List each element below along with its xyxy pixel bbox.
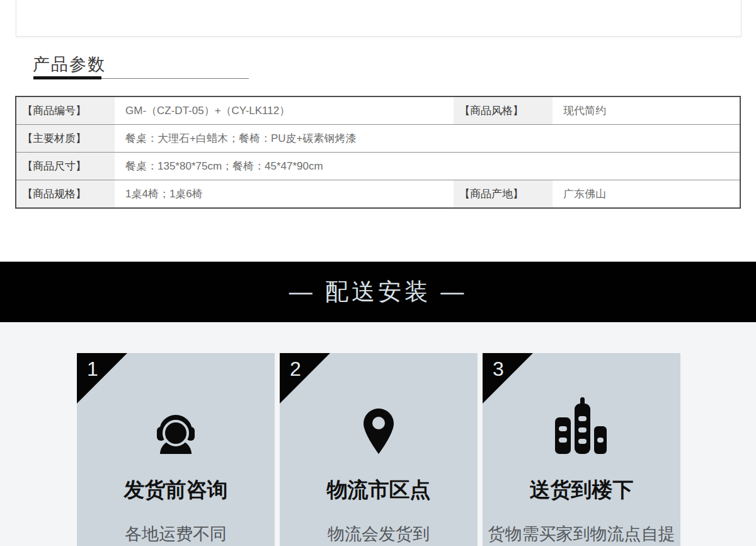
step-number: 3	[493, 357, 504, 381]
delivery-steps-section: 1 发货前咨询 各地运费不同 2	[0, 322, 756, 546]
step-title: 物流市区点	[280, 477, 478, 503]
table-row: 【商品编号】 GM-（CZ-DT-05）+（CY-LK112） 【商品风格】 现…	[16, 97, 740, 125]
underline-thick-rule	[33, 76, 101, 79]
step-subtitle: 物流会发货到	[280, 523, 478, 545]
delivery-step-card-2: 2 物流市区点 物流会发货到	[280, 353, 478, 546]
param-label-material: 【主要材质】	[16, 125, 115, 152]
step-title: 发货前咨询	[77, 477, 275, 503]
table-row: 【商品规格】 1桌4椅；1桌6椅 【商品产地】 广东佛山	[16, 180, 740, 207]
params-section-title: 产品参数	[33, 53, 106, 76]
delivery-step-card-1: 1 发货前咨询 各地运费不同	[77, 353, 275, 546]
step-subtitle: 各地运费不同	[77, 523, 275, 545]
param-value-size: 餐桌：135*80*75cm；餐椅：45*47*90cm	[115, 153, 740, 180]
headset-support-icon	[77, 353, 275, 454]
location-pin-icon	[280, 353, 478, 454]
param-label-size: 【商品尺寸】	[16, 153, 115, 180]
param-value-material: 餐桌：大理石+白蜡木；餐椅：PU皮+碳素钢烤漆	[115, 125, 740, 152]
step-title: 送货到楼下	[483, 477, 680, 503]
param-value-style: 现代简约	[553, 97, 740, 124]
delivery-step-cards: 1 发货前咨询 各地运费不同 2	[77, 353, 680, 546]
step-number: 2	[290, 357, 301, 381]
step-number: 1	[87, 357, 98, 381]
delivery-install-banner: — 配送安装 —	[0, 262, 756, 322]
product-params-table: 【商品编号】 GM-（CZ-DT-05）+（CY-LK112） 【商品风格】 现…	[15, 96, 741, 209]
param-value-spec: 1桌4椅；1桌6椅	[115, 180, 454, 207]
buildings-icon	[483, 353, 680, 454]
param-value-origin: 广东佛山	[553, 180, 740, 207]
table-row: 【商品尺寸】 餐桌：135*80*75cm；餐椅：45*47*90cm	[16, 153, 740, 180]
param-label-spec: 【商品规格】	[16, 180, 115, 207]
delivery-step-card-3: 3 送货到楼下 货物需买家到	[483, 353, 680, 546]
previous-content-box	[16, 0, 742, 37]
param-label-style: 【商品风格】	[454, 97, 553, 124]
product-detail-page: 产品参数 【商品编号】 GM-（CZ-DT-05）+（CY-LK112） 【商品…	[0, 0, 756, 546]
title-underline	[33, 76, 249, 80]
param-label-origin: 【商品产地】	[454, 180, 553, 207]
step-subtitle: 货物需买家到物流点自提	[483, 523, 680, 545]
table-row: 【主要材质】 餐桌：大理石+白蜡木；餐椅：PU皮+碳素钢烤漆	[16, 125, 740, 153]
param-value-item-code: GM-（CZ-DT-05）+（CY-LK112）	[115, 97, 454, 124]
param-label-item-code: 【商品编号】	[16, 97, 115, 124]
banner-title: — 配送安装 —	[289, 276, 467, 308]
